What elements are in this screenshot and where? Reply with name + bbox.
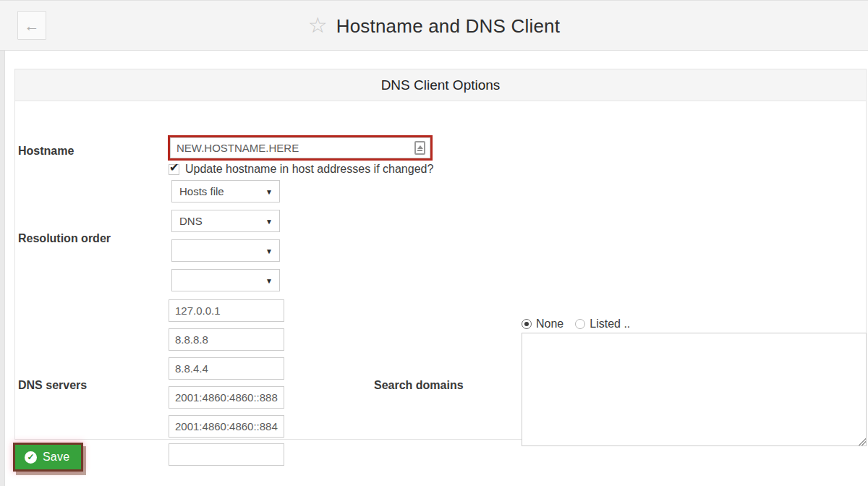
save-button[interactable]: ✓ Save	[15, 445, 81, 469]
autofill-icon[interactable]	[414, 141, 425, 155]
search-domains-textarea[interactable]	[522, 333, 867, 446]
update-hostname-row: Update hostname in host addresses if cha…	[169, 163, 433, 176]
page-title-wrap: ☆ Hostname and DNS Client	[0, 1, 868, 51]
panel-title: DNS Client Options	[381, 77, 501, 93]
select-value: DNS	[179, 215, 203, 227]
dns-server-input-4[interactable]	[169, 386, 284, 409]
back-arrow-icon: ←	[25, 18, 40, 33]
resolution-order-label: Resolution order	[18, 232, 166, 245]
dns-server-input-2[interactable]	[169, 328, 284, 351]
search-domains-none-option[interactable]: None	[522, 317, 563, 331]
back-button[interactable]: ←	[17, 11, 46, 40]
resolution-order-select-3[interactable]: ▼	[171, 239, 280, 262]
dns-servers-label: DNS servers	[18, 379, 166, 392]
search-domains-radio-row: None Listed ..	[522, 317, 630, 331]
window-edge-strip	[0, 0, 5, 486]
search-domains-label: Search domains	[374, 379, 504, 392]
update-hostname-label: Update hostname in host addresses if cha…	[185, 163, 433, 176]
listed-radio[interactable]	[575, 319, 585, 329]
chevron-down-icon: ▼	[265, 247, 273, 255]
save-button-label: Save	[43, 451, 69, 464]
chevron-down-icon: ▼	[265, 188, 273, 196]
none-radio[interactable]	[522, 319, 532, 329]
none-radio-label: None	[536, 317, 563, 331]
check-circle-icon: ✓	[25, 451, 37, 464]
dns-server-input-6[interactable]	[169, 443, 284, 466]
resolution-order-select-1[interactable]: Hosts file ▼	[171, 180, 280, 202]
resolution-order-select-2[interactable]: DNS ▼	[171, 210, 280, 232]
dns-server-input-3[interactable]	[169, 357, 284, 380]
dns-server-input-1[interactable]	[169, 299, 284, 322]
favorite-star-icon[interactable]: ☆	[308, 14, 328, 36]
autofill-arrow-icon	[417, 145, 423, 149]
page-header: ☆ Hostname and DNS Client ←	[0, 0, 868, 51]
dns-server-input-5[interactable]	[169, 415, 284, 438]
autofill-bar-icon	[417, 150, 422, 151]
panel-header: DNS Client Options	[15, 69, 866, 101]
panel-body: Hostname Update hostname in host address…	[15, 101, 866, 440]
hostname-label: Hostname	[18, 145, 166, 158]
update-hostname-checkbox[interactable]	[169, 164, 179, 175]
chevron-down-icon: ▼	[265, 277, 273, 285]
hostname-annotation-box	[168, 135, 433, 161]
resolution-order-select-4[interactable]: ▼	[171, 269, 280, 291]
chevron-down-icon: ▼	[265, 218, 273, 226]
page-title: Hostname and DNS Client	[336, 15, 561, 38]
select-value: Hosts file	[179, 185, 224, 197]
search-domains-listed-option[interactable]: Listed ..	[575, 317, 630, 331]
dns-client-options-panel: DNS Client Options Hostname Update hostn…	[14, 69, 867, 440]
listed-radio-label: Listed ..	[590, 317, 630, 331]
hostname-input[interactable]	[170, 137, 430, 158]
save-annotation-box: ✓ Save	[13, 443, 83, 472]
